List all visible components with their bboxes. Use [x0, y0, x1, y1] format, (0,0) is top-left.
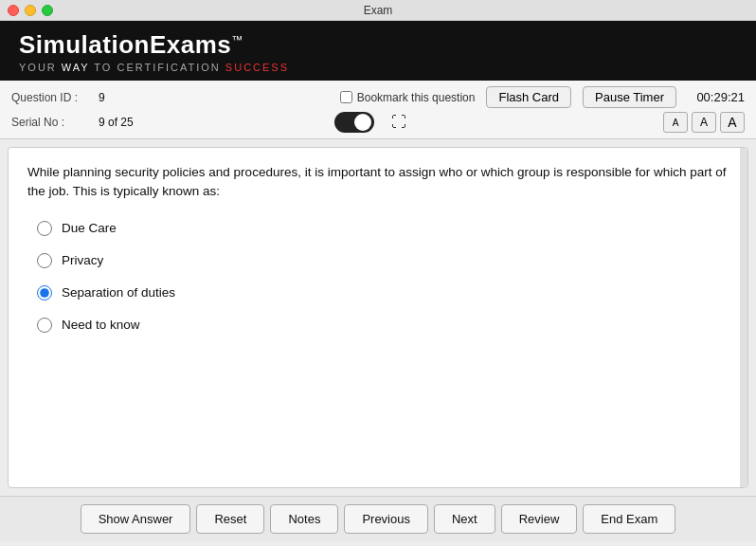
timer-display: 00:29:21	[688, 90, 745, 104]
option-radio-3[interactable]	[37, 285, 52, 300]
window-controls	[8, 5, 53, 16]
option-label-4[interactable]: Need to know	[62, 318, 140, 332]
serial-no-label: Serial No :	[11, 116, 87, 129]
bookmark-checkbox[interactable]	[340, 91, 352, 103]
tagline-success: SUCCESS	[225, 62, 289, 73]
bookmark-area: Bookmark this question	[340, 91, 476, 104]
option-label-2[interactable]: Privacy	[62, 253, 103, 267]
review-button[interactable]: Review	[501, 504, 578, 534]
brand-header: SimulationExams™ YOUR WAY TO CERTIFICATI…	[0, 21, 756, 81]
option-item-3: Separation of duties	[37, 285, 729, 300]
brand-name: SimulationExams™	[19, 30, 737, 60]
flashcard-button[interactable]: Flash Card	[486, 86, 571, 108]
question-area: While planning security policies and pro…	[8, 147, 748, 488]
titlebar: Exam	[0, 0, 756, 21]
reset-button[interactable]: Reset	[196, 504, 264, 534]
options-list: Due CarePrivacySeparation of dutiesNeed …	[27, 221, 729, 333]
toggle-knob	[354, 114, 371, 131]
toggle-track[interactable]	[334, 112, 374, 133]
font-size-controls: A A A	[663, 112, 745, 133]
tagline-your: YOUR	[19, 62, 62, 73]
footer: Send feedback Wednesday, 20 November 201…	[0, 541, 756, 546]
close-btn[interactable]	[8, 5, 19, 16]
toggle-switch[interactable]	[334, 112, 374, 133]
brand-tagline: YOUR WAY TO CERTIFICATION SUCCESS	[19, 62, 737, 73]
option-radio-1[interactable]	[37, 221, 52, 236]
minimize-btn[interactable]	[25, 5, 36, 16]
fullscreen-icon: ⛶	[391, 114, 406, 130]
maximize-btn[interactable]	[42, 5, 53, 16]
serial-no-value: 9 of 25	[99, 116, 134, 129]
bottom-bar: Show Answer Reset Notes Previous Next Re…	[0, 496, 756, 541]
option-item-4: Need to know	[37, 318, 729, 333]
info-bar: Question ID : 9 Bookmark this question F…	[0, 81, 756, 139]
option-radio-2[interactable]	[37, 253, 52, 268]
question-text: While planning security policies and pro…	[27, 163, 729, 202]
option-label-3[interactable]: Separation of duties	[62, 285, 175, 300]
bookmark-label[interactable]: Bookmark this question	[357, 91, 476, 104]
option-item-2: Privacy	[37, 253, 729, 268]
question-id-label: Question ID :	[11, 91, 87, 104]
info-row-2: Serial No : 9 of 25 ⛶ A A A	[11, 112, 745, 133]
font-medium-button[interactable]: A	[692, 112, 716, 133]
info-row-1: Question ID : 9 Bookmark this question F…	[11, 86, 745, 108]
option-label-1[interactable]: Due Care	[62, 221, 117, 235]
font-large-button[interactable]: A	[720, 112, 745, 133]
question-id-value: 9	[99, 91, 105, 104]
option-radio-4[interactable]	[37, 318, 52, 333]
scrollbar[interactable]	[740, 148, 747, 487]
window-title: Exam	[364, 4, 393, 17]
font-small-button[interactable]: A	[663, 112, 688, 133]
option-item-1: Due Care	[37, 221, 729, 236]
tagline-mid: TO CERTIFICATION	[89, 62, 225, 73]
notes-button[interactable]: Notes	[270, 504, 338, 534]
end-exam-button[interactable]: End Exam	[583, 504, 675, 534]
brand-name-text: SimulationExams	[19, 30, 231, 59]
show-answer-button[interactable]: Show Answer	[81, 504, 191, 534]
tagline-way: WAY	[62, 62, 90, 73]
pause-timer-button[interactable]: Pause Timer	[583, 86, 676, 108]
brand-tm: ™	[231, 33, 243, 46]
previous-button[interactable]: Previous	[344, 504, 428, 534]
next-button[interactable]: Next	[434, 504, 495, 534]
fullscreen-button[interactable]: ⛶	[386, 114, 412, 131]
